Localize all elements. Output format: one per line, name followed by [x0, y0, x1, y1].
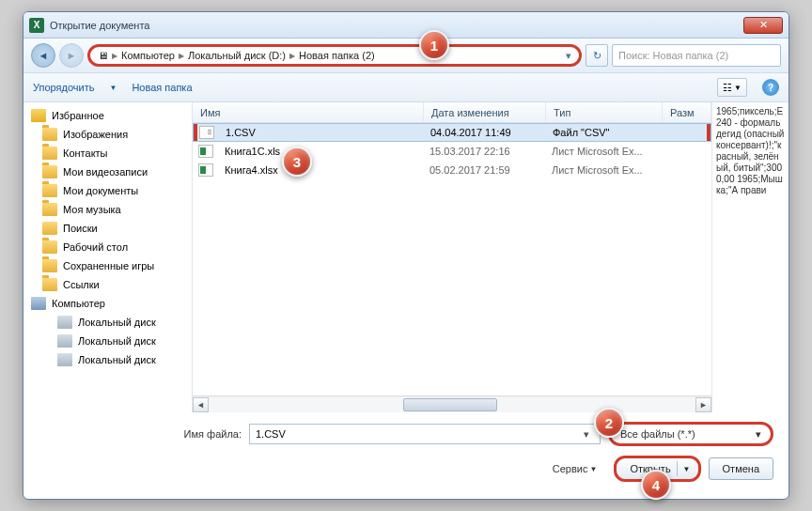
- sidebar-item-label: Мои видеозаписи: [63, 166, 148, 178]
- file-xls-icon: [198, 145, 213, 158]
- file-row[interactable]: 1.CSV04.04.2017 11:49Файл "CSV": [193, 123, 711, 142]
- chevron-down-icon: ▾: [756, 428, 761, 441]
- fold-icon: [42, 259, 57, 272]
- fold-icon: [42, 203, 57, 216]
- sidebar-item[interactable]: Поиски: [23, 219, 192, 238]
- col-name[interactable]: Имя: [193, 102, 424, 122]
- file-type-filter[interactable]: Все файлы (*.*) ▾: [608, 422, 773, 446]
- sidebar: ИзбранноеИзображенияКонтактыМои видеозап…: [23, 102, 193, 412]
- search-placeholder: Поиск: Новая папка (2): [618, 50, 728, 61]
- callout-4: 4: [641, 470, 671, 500]
- file-name: Книга1C.xls: [217, 146, 422, 157]
- sidebar-item[interactable]: Локальный диск: [23, 332, 192, 350]
- filename-value: 1.CSV: [256, 428, 286, 440]
- forward-button[interactable]: ►: [59, 43, 84, 68]
- col-type[interactable]: Тип: [546, 102, 663, 122]
- nav-row: ◄ ► 🖥 ▶ Компьютер ▶ Локальный диск (D:) …: [23, 39, 789, 72]
- fold-icon: [42, 128, 57, 141]
- close-button[interactable]: ✕: [743, 17, 783, 34]
- fold-icon: [42, 165, 57, 178]
- fold-icon: [42, 147, 57, 160]
- fold-icon: [42, 240, 57, 254]
- back-button[interactable]: ◄: [31, 43, 55, 68]
- column-headers: Имя Дата изменения Тип Разм: [193, 102, 711, 123]
- breadcrumb-segment[interactable]: Компьютер: [121, 50, 175, 61]
- file-type: Файл "CSV": [545, 127, 662, 138]
- sidebar-item-label: Локальный диск: [78, 317, 156, 328]
- chevron-down-icon: ▼: [589, 465, 597, 473]
- sidebar-item[interactable]: Контакты: [23, 144, 192, 163]
- service-menu[interactable]: Сервис ▼: [553, 463, 598, 474]
- fold-icon: [42, 278, 57, 291]
- sidebar-item[interactable]: Рабочий стол: [23, 238, 192, 256]
- file-date: 15.03.2017 22:16: [422, 146, 544, 157]
- scroll-right-button[interactable]: ►: [695, 397, 711, 412]
- toolbar: Упорядочить ▼ Новая папка ☷ ▼ ?: [23, 72, 789, 102]
- filename-dropdown-icon[interactable]: ▾: [579, 428, 594, 441]
- filename-input[interactable]: 1.CSV ▾: [249, 424, 601, 444]
- search-input[interactable]: Поиск: Новая папка (2): [612, 44, 781, 67]
- sidebar-item[interactable]: Мои видеозаписи: [23, 163, 192, 181]
- excel-icon: X: [29, 18, 44, 33]
- sidebar-item-label: Поиски: [63, 223, 98, 234]
- sidebar-item[interactable]: Сохраненные игры: [23, 256, 192, 275]
- cancel-button[interactable]: Отмена: [709, 457, 773, 480]
- chevron-right-icon: ▶: [179, 52, 184, 60]
- sidebar-item[interactable]: Ссылки: [23, 275, 192, 294]
- scroll-track[interactable]: [209, 397, 695, 412]
- breadcrumb-segment[interactable]: Локальный диск (D:): [188, 50, 286, 61]
- sidebar-item-label: Локальный диск: [78, 335, 156, 347]
- comp-icon: [31, 297, 46, 310]
- col-date[interactable]: Дата изменения: [424, 102, 546, 122]
- help-button[interactable]: ?: [762, 79, 779, 96]
- callout-3: 3: [282, 147, 312, 177]
- sidebar-item-label: Моя музыка: [63, 204, 121, 215]
- dialog-body: ИзбранноеИзображенияКонтактыМои видеозап…: [23, 102, 789, 412]
- sidebar-item-label: Локальный диск: [78, 354, 156, 365]
- file-name: Книга4.xlsx: [217, 164, 422, 176]
- organize-button[interactable]: Упорядочить: [33, 82, 94, 93]
- sidebar-item-label: Мои документы: [63, 185, 138, 196]
- chevron-right-icon: ▶: [112, 52, 117, 60]
- sidebar-item-label: Избранное: [52, 110, 104, 121]
- address-bar[interactable]: 🖥 ▶ Компьютер ▶ Локальный диск (D:) ▶ Но…: [87, 44, 582, 67]
- open-dialog-window: X Открытие документа ✕ ◄ ► 🖥 ▶ Компьютер…: [23, 11, 789, 500]
- sidebar-item[interactable]: Избранное: [23, 106, 192, 125]
- sidebar-item-label: Ссылки: [63, 279, 100, 290]
- chevron-down-icon[interactable]: ▼: [683, 465, 691, 473]
- srch-icon: [42, 222, 57, 235]
- address-dropdown-icon[interactable]: ▾: [566, 50, 571, 62]
- breadcrumb-segment[interactable]: Новая папка (2): [299, 50, 375, 61]
- sidebar-item-label: Изображения: [63, 129, 128, 140]
- sidebar-item[interactable]: Мои документы: [23, 181, 192, 200]
- new-folder-button[interactable]: Новая папка: [132, 82, 192, 93]
- sidebar-item-label: Рабочий стол: [63, 241, 128, 253]
- titlebar[interactable]: X Открытие документа ✕: [23, 12, 789, 39]
- refresh-button[interactable]: ↻: [586, 44, 608, 67]
- view-options-button[interactable]: ☷ ▼: [717, 78, 747, 97]
- drive-icon: [57, 353, 72, 366]
- file-name: 1.CSV: [218, 127, 423, 138]
- callout-2: 2: [594, 408, 624, 438]
- file-row[interactable]: Книга1C.xls15.03.2017 22:16Лист Microsof…: [193, 142, 711, 161]
- sidebar-item[interactable]: Моя музыка: [23, 200, 192, 219]
- col-size[interactable]: Разм: [663, 102, 711, 122]
- fold-icon: [42, 184, 57, 197]
- file-date: 04.04.2017 11:49: [423, 127, 545, 138]
- sidebar-item-label: Сохраненные игры: [63, 260, 154, 271]
- sidebar-item[interactable]: Компьютер: [23, 294, 192, 313]
- file-row[interactable]: Книга4.xlsx05.02.2017 21:59Лист Microsof…: [193, 161, 711, 179]
- drive-icon: [57, 316, 72, 329]
- window-title: Открытие документа: [50, 20, 149, 31]
- chevron-down-icon: ▼: [109, 84, 117, 92]
- sidebar-item[interactable]: Изображения: [23, 125, 192, 144]
- scroll-thumb[interactable]: [403, 398, 497, 411]
- sidebar-item[interactable]: Локальный диск: [23, 350, 192, 369]
- computer-icon: 🖥: [98, 50, 108, 61]
- sidebar-item[interactable]: Локальный диск: [23, 313, 192, 332]
- file-list[interactable]: 1.CSV04.04.2017 11:49Файл "CSV"Книга1C.x…: [193, 123, 711, 395]
- scroll-left-button[interactable]: ◄: [193, 397, 209, 412]
- file-date: 05.02.2017 21:59: [422, 164, 544, 176]
- footer: Имя файла: 1.CSV ▾ Все файлы (*.*) ▾ Сер…: [23, 412, 789, 493]
- h-scrollbar[interactable]: ◄ ►: [193, 395, 711, 412]
